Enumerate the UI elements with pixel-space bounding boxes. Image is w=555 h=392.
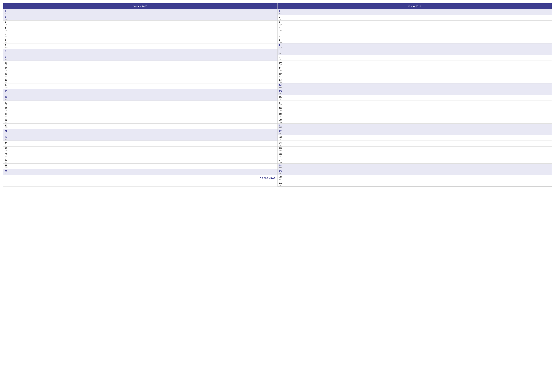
day-number: 16 [5,95,9,99]
month-header-vasaris: Vasaris 2020 [3,3,278,9]
day-row: 26KET [278,152,552,158]
day-row: 20PEN [278,118,552,124]
day-number: 23 [5,135,9,138]
day-name-label: PEN [5,87,9,89]
day-row: 21PEN [3,124,278,129]
day-row: 13PEN [278,78,552,84]
month-header-kovas: Kovas 2020 [278,3,552,9]
day-row: 21ŠEŠ [278,124,552,129]
day-number: 11 [279,67,283,70]
day-row: 7ŠEŠ [278,43,552,49]
day-number: 21 [279,124,283,127]
day-name-label: KET [5,121,9,123]
day-number: 30 [279,175,283,178]
day-name-label: ANT [5,30,9,31]
day-number: 19 [279,113,283,115]
day-name-label: ŠEŠ [5,53,9,54]
day-row: 7PEN [3,43,278,49]
day-row: 20KET [3,118,278,124]
day-name-label: SEK [279,133,283,134]
day-row: 4TRE [278,26,552,32]
day-name-label: PEN [279,161,283,163]
day-row: 10ANT [278,61,552,66]
day-number: 13 [5,78,9,81]
day-number: 9 [5,56,9,58]
day-row: 27KET [3,158,278,164]
day-number: 13 [279,78,283,81]
day-name-label: ŠEŠ [5,133,9,134]
day-row: 18TRE [278,106,552,112]
day-number: 1 [279,10,283,13]
month-column-kovas: Kovas 20201SEK2PIR3ANT4TRE5KET6PEN7ŠEŠ8S… [278,3,552,186]
day-row: 12TRE [3,72,278,78]
day-row: 13KET [3,78,278,84]
day-row: 28ŠEŠ [278,164,552,169]
day-number: 6 [5,38,9,41]
day-row: 24ANT [278,141,552,146]
day-name-label: SEK [5,99,9,100]
day-row: 23PIR [278,135,552,141]
day-number: 19 [5,113,9,115]
day-row: 9PIR [278,55,552,61]
day-name-label: TRE [279,70,283,71]
day-name-label: ŠEŠ [279,127,283,129]
day-name-label: SEK [5,58,9,60]
day-row: 11ANT [3,66,278,72]
day-row: 17ANT [278,101,552,106]
day-name-label: KET [279,76,283,77]
day-row: 2PIR [278,15,552,21]
day-number: 23 [279,135,283,138]
day-name-label: PIR [279,58,283,60]
day-name-label: PIR [279,18,283,20]
day-name-label: PIR [5,64,9,66]
day-number: 12 [279,72,283,76]
day-number: 14 [279,84,283,87]
day-number: 15 [5,90,9,93]
day-name-label: ŠEŠ [279,47,283,49]
day-number: 18 [279,107,283,110]
day-number: 29 [279,170,283,173]
day-row: 10PIR [3,61,278,66]
day-number: 16 [279,95,283,99]
day-name-label: PIR [5,24,9,26]
day-number: 21 [5,124,9,127]
day-name-label: KET [279,36,283,37]
day-number: 7 [5,44,9,47]
day-row: 6PEN [278,38,552,43]
day-number: 10 [5,61,9,64]
day-number: 3 [5,21,9,24]
day-name-label: TRE [279,110,283,111]
day-row: 22SEK [278,129,552,135]
day-row: 25ANT [3,147,278,152]
day-row: 29SEK [278,169,552,175]
day-row: 9SEK [3,55,278,61]
day-row: 30PIR [278,175,552,181]
day-name-label: PEN [5,127,9,129]
day-name-label: TRE [279,150,283,152]
brand-text: CALENDAR [262,177,276,179]
day-row: 4ANT [3,26,278,32]
day-name-label: ANT [279,24,283,26]
day-row: 8SEK [278,49,552,55]
day-name-label: ŠEŠ [5,173,9,174]
day-name-label: PEN [279,121,283,123]
day-number: 4 [5,27,9,30]
day-number: 24 [5,141,9,144]
day-row: 5TRE [3,32,278,38]
day-number: 27 [279,158,283,161]
day-number: 5 [279,33,283,36]
day-name-label: ANT [279,144,283,146]
day-name-label: TRE [279,30,283,31]
day-number: 12 [5,72,9,76]
day-number: 24 [279,141,283,144]
day-name-label: ANT [5,110,9,111]
day-row: 15ŠEŠ [3,89,278,95]
day-name-label: ANT [279,104,283,106]
day-name-label: PEN [5,167,9,169]
day-number: 8 [5,50,9,53]
day-number: 7 [279,44,283,47]
day-number: 15 [279,90,283,93]
day-name-label: PIR [5,144,9,146]
day-row: 18ANT [3,106,278,112]
day-name-label: PIR [279,99,283,100]
